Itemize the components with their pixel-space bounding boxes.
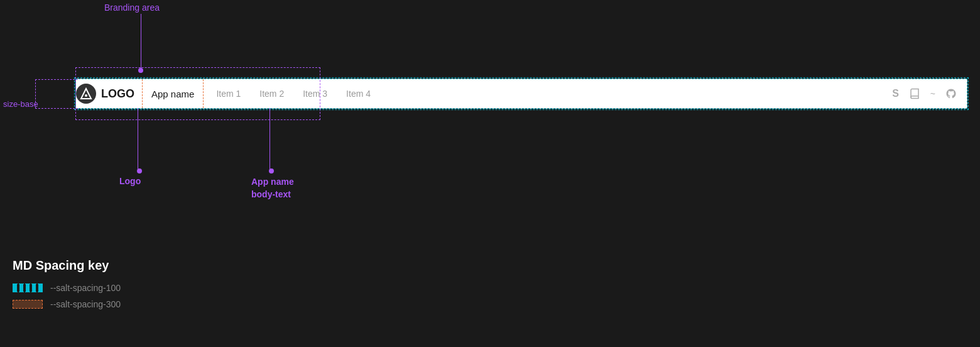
docs-icon[interactable]	[909, 88, 920, 99]
logo-dot	[137, 168, 142, 174]
size-base-label: size-base	[3, 99, 38, 109]
nav-item-3[interactable]: Item 3	[303, 89, 327, 99]
nav-item-4[interactable]: Item 4	[346, 89, 371, 99]
logo-annotation-label: Logo	[119, 176, 141, 186]
nav-item-1[interactable]: Item 1	[216, 89, 241, 99]
app-name-text: App name	[151, 89, 194, 99]
branding-arrow-dot	[138, 68, 143, 73]
logo-text: LOGO	[101, 87, 134, 101]
nav-item-2[interactable]: Item 2	[259, 89, 284, 99]
navbar: LOGO App name Item 1 Item 2 Item 3 Item …	[75, 79, 967, 109]
branding-area-label: Branding area	[104, 3, 160, 13]
logo-icon	[76, 84, 96, 104]
spacing-key-item-cyan: --salt-spacing-100	[13, 283, 121, 293]
spacing-key-title: MD Spacing key	[13, 258, 121, 273]
app-name-dot	[269, 168, 274, 174]
navbar-actions: S ~	[892, 88, 967, 99]
app-name: App name	[143, 79, 204, 108]
spacing-key-section: MD Spacing key --salt-spacing-100 --salt…	[13, 258, 121, 316]
spacing-label-300: --salt-spacing-300	[50, 299, 121, 309]
svg-point-0	[85, 94, 87, 97]
app-name-annotation-label: App namebody-text	[251, 176, 294, 201]
settings-icon[interactable]: S	[892, 88, 899, 99]
navbar-nav: Item 1 Item 2 Item 3 Item 4	[204, 89, 892, 99]
spacing-label-100: --salt-spacing-100	[50, 283, 121, 293]
spacing-swatch-cyan	[13, 284, 43, 292]
terminal-icon[interactable]: ~	[930, 89, 935, 99]
github-icon[interactable]	[945, 88, 957, 99]
spacing-swatch-orange	[13, 300, 43, 309]
logo-section: LOGO	[76, 79, 143, 108]
spacing-key-item-orange: --salt-spacing-300	[13, 299, 121, 309]
